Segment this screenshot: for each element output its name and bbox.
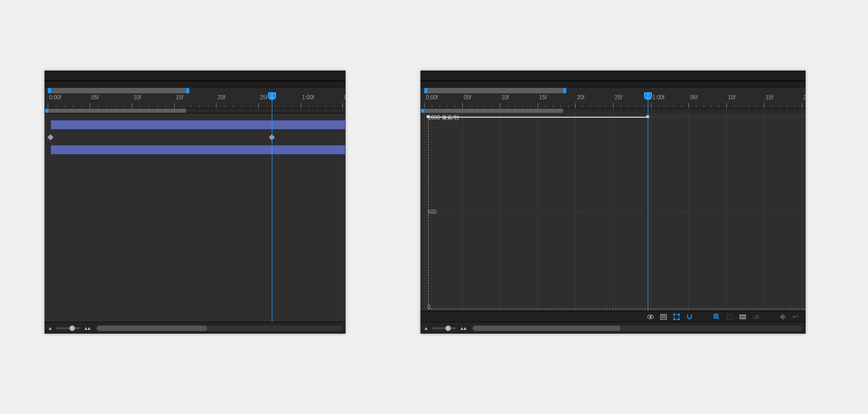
ruler-tick-label: 1:00f: [653, 94, 665, 100]
graph-gridline-vertical: [424, 113, 425, 311]
ruler-tick-label: 20f: [577, 94, 584, 100]
svg-point-11: [715, 315, 717, 317]
svg-rect-6: [674, 314, 675, 315]
horizontal-scrollbar[interactable]: [473, 326, 802, 331]
ruler-tick-label: 20f: [218, 94, 225, 100]
layer-bar[interactable]: [50, 120, 346, 130]
timeline-track-area[interactable]: [44, 113, 346, 322]
keyframe-row: [44, 132, 346, 143]
work-area-active-region[interactable]: [48, 88, 186, 93]
ruler-tick-label: 1:00f: [302, 94, 314, 100]
transform-box-icon[interactable]: [672, 313, 681, 321]
svg-rect-13: [727, 314, 732, 319]
zoom-in-icon[interactable]: ▲▲: [84, 326, 90, 331]
cti-head[interactable]: [268, 92, 276, 100]
graph-value-line[interactable]: [428, 117, 648, 118]
ruler-tick-label: 0:00f: [426, 94, 438, 100]
timeline-bottom-bar: ▲ ▲▲: [420, 322, 806, 334]
ruler-tick-label: 10f: [133, 94, 141, 100]
auto-zoom-icon[interactable]: [712, 313, 721, 321]
horizontal-scrollbar[interactable]: [97, 326, 342, 331]
ruler-tick-label: 0:00f: [49, 94, 61, 100]
zoom-in-icon[interactable]: ▲▲: [459, 326, 466, 331]
zoom-slider-knob[interactable]: [445, 326, 451, 331]
work-area-end-handle[interactable]: [563, 88, 566, 93]
cached-frames-bar: [420, 109, 806, 113]
choose-props-icon[interactable]: [659, 313, 668, 321]
keyframe-interp-icon[interactable]: [792, 313, 800, 321]
fit-all-icon[interactable]: [738, 313, 747, 321]
time-ruler[interactable]: 0:00f05f10f15f20f25f1:00f05f10f15f2: [420, 93, 806, 109]
svg-rect-9: [679, 319, 680, 320]
ruler-tick-label: 15f: [176, 94, 183, 100]
panel-divider: [420, 80, 806, 81]
svg-rect-2: [661, 314, 667, 319]
zoom-out-icon[interactable]: ▲: [424, 326, 429, 331]
ruler-tick-label: 15f: [765, 94, 773, 100]
layer-bar[interactable]: [50, 145, 346, 155]
zoom-slider[interactable]: [432, 327, 456, 329]
timeline-panel: 0:00f05f10f15f20f25f1:00f05f ▲ ▲▲: [44, 71, 346, 334]
svg-rect-22: [793, 315, 795, 318]
current-time-indicator[interactable]: [272, 93, 272, 322]
fit-selection-icon[interactable]: [725, 313, 734, 321]
cache-region: [48, 109, 186, 113]
edit-keyframe-icon[interactable]: [778, 313, 787, 321]
ruler-tick-label: 2: [803, 94, 806, 100]
keyframe-diamond[interactable]: [47, 134, 53, 140]
cache-start-handle[interactable]: [421, 109, 424, 113]
graph-y-axis-label: 500: [427, 209, 437, 215]
graph-value-label: 1000 像素/秒: [428, 114, 459, 122]
graph-axis-dashed-horizontal: [428, 309, 806, 309]
cache-region: [424, 109, 563, 113]
work-area-start-handle[interactable]: [48, 88, 51, 93]
cached-frames-bar: [44, 109, 346, 113]
work-area-bar[interactable]: [44, 88, 346, 93]
scrollbar-thumb[interactable]: [473, 326, 621, 331]
zoom-slider[interactable]: [56, 327, 80, 329]
graph-gridline-horizontal: [426, 212, 806, 213]
work-area-start-handle[interactable]: [424, 88, 427, 93]
snap-icon[interactable]: [685, 313, 694, 321]
ruler-tick-label: 10f: [501, 94, 509, 100]
current-time-indicator[interactable]: [648, 93, 648, 311]
graph-editor-toolbar: X: [420, 311, 806, 322]
svg-point-1: [650, 316, 652, 317]
timeline-bottom-bar: ▲ ▲▲: [44, 322, 346, 334]
graph-editor-area[interactable]: 1000 像素/秒 5000: [420, 113, 806, 311]
work-area-end-handle[interactable]: [186, 88, 189, 93]
time-ruler[interactable]: 0:00f05f10f15f20f25f1:00f05f: [44, 93, 346, 109]
graph-gridline-horizontal: [426, 307, 806, 308]
ruler-tick-label: 25f: [615, 94, 622, 100]
ruler-tick-label: 05f: [344, 94, 346, 100]
ruler-tick-label: 05f: [464, 94, 471, 100]
svg-rect-7: [679, 314, 680, 315]
eye-icon[interactable]: [646, 313, 655, 321]
cti-head[interactable]: [644, 92, 652, 100]
work-area-bar[interactable]: [420, 88, 806, 93]
graph-axis-dashed-vertical: [428, 117, 429, 309]
ruler-tick-label: 05f: [690, 94, 698, 100]
svg-rect-8: [674, 319, 675, 320]
zoom-out-icon[interactable]: ▲: [48, 326, 53, 331]
graph-editor-panel: 0:00f05f10f15f20f25f1:00f05f10f15f2 1000…: [420, 71, 806, 334]
zoom-slider-knob[interactable]: [69, 326, 75, 331]
ruler-tick-label: 10f: [728, 94, 736, 100]
panel-divider: [44, 80, 346, 81]
ruler-tick-label: 15f: [539, 94, 547, 100]
ruler-tick-label: 25f: [260, 94, 267, 100]
svg-text:X: X: [752, 315, 755, 319]
scrollbar-thumb[interactable]: [97, 326, 207, 331]
separate-dims-icon[interactable]: X: [751, 313, 760, 321]
cache-start-handle[interactable]: [45, 109, 48, 113]
ruler-tick-label: 05f: [91, 94, 99, 100]
work-area-active-region[interactable]: [424, 88, 563, 93]
